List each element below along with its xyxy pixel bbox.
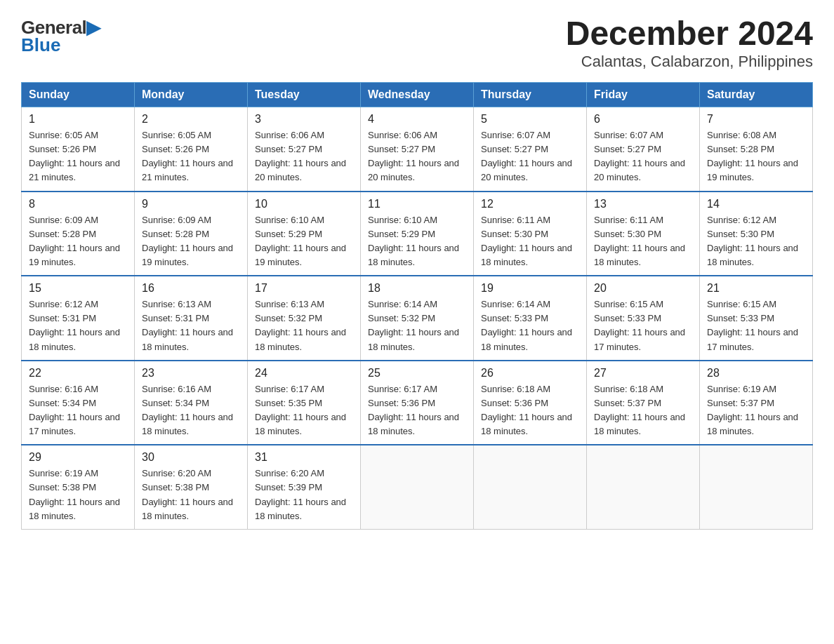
header-monday: Monday: [135, 83, 248, 107]
day-info: Sunrise: 6:09 AMSunset: 5:28 PMDaylight:…: [142, 215, 233, 267]
day-cell: 6 Sunrise: 6:07 AMSunset: 5:27 PMDayligh…: [587, 107, 700, 192]
day-number: 31: [255, 451, 353, 464]
day-info: Sunrise: 6:20 AMSunset: 5:38 PMDaylight:…: [142, 468, 233, 521]
day-info: Sunrise: 6:16 AMSunset: 5:34 PMDaylight:…: [29, 384, 120, 436]
logo-blue-text: Blue: [21, 34, 60, 56]
day-cell: 14 Sunrise: 6:12 AMSunset: 5:30 PMDaylig…: [700, 192, 813, 276]
day-cell: 26 Sunrise: 6:18 AMSunset: 5:36 PMDaylig…: [474, 361, 587, 445]
day-info: Sunrise: 6:14 AMSunset: 5:33 PMDaylight:…: [481, 299, 572, 351]
day-info: Sunrise: 6:15 AMSunset: 5:33 PMDaylight:…: [707, 299, 798, 351]
day-number: 4: [368, 113, 466, 126]
day-info: Sunrise: 6:20 AMSunset: 5:39 PMDaylight:…: [255, 468, 346, 521]
day-cell: 24 Sunrise: 6:17 AMSunset: 5:35 PMDaylig…: [248, 361, 361, 445]
day-number: 14: [707, 198, 805, 210]
day-number: 5: [481, 113, 579, 126]
day-cell: [700, 445, 813, 529]
day-cell: 8 Sunrise: 6:09 AMSunset: 5:28 PMDayligh…: [22, 192, 135, 276]
header-friday: Friday: [587, 83, 700, 107]
header-wednesday: Wednesday: [361, 83, 474, 107]
day-cell: 3 Sunrise: 6:06 AMSunset: 5:27 PMDayligh…: [248, 107, 361, 192]
day-cell: 13 Sunrise: 6:11 AMSunset: 5:30 PMDaylig…: [587, 192, 700, 276]
day-number: 13: [594, 198, 692, 210]
day-info: Sunrise: 6:17 AMSunset: 5:36 PMDaylight:…: [368, 384, 459, 436]
day-number: 15: [29, 282, 127, 295]
day-cell: 1 Sunrise: 6:05 AMSunset: 5:26 PMDayligh…: [22, 107, 135, 192]
day-info: Sunrise: 6:09 AMSunset: 5:28 PMDaylight:…: [29, 215, 120, 267]
day-number: 16: [142, 282, 240, 295]
day-cell: 17 Sunrise: 6:13 AMSunset: 5:32 PMDaylig…: [248, 276, 361, 361]
day-number: 11: [368, 198, 466, 210]
calendar-subtitle: Calantas, Calabarzon, Philippines: [566, 53, 813, 71]
day-number: 2: [142, 113, 240, 126]
day-cell: 5 Sunrise: 6:07 AMSunset: 5:27 PMDayligh…: [474, 107, 587, 192]
header-thursday: Thursday: [474, 83, 587, 107]
day-cell: 20 Sunrise: 6:15 AMSunset: 5:33 PMDaylig…: [587, 276, 700, 361]
day-cell: 22 Sunrise: 6:16 AMSunset: 5:34 PMDaylig…: [22, 361, 135, 445]
day-number: 7: [707, 113, 805, 126]
day-cell: 28 Sunrise: 6:19 AMSunset: 5:37 PMDaylig…: [700, 361, 813, 445]
day-cell: [361, 445, 474, 529]
day-info: Sunrise: 6:05 AMSunset: 5:26 PMDaylight:…: [142, 130, 233, 182]
day-number: 8: [29, 198, 127, 210]
day-number: 1: [29, 113, 127, 126]
day-number: 30: [142, 451, 240, 464]
day-number: 6: [594, 113, 692, 126]
day-info: Sunrise: 6:18 AMSunset: 5:37 PMDaylight:…: [594, 384, 685, 436]
week-row-2: 8 Sunrise: 6:09 AMSunset: 5:28 PMDayligh…: [22, 192, 813, 276]
day-info: Sunrise: 6:11 AMSunset: 5:30 PMDaylight:…: [481, 215, 572, 267]
day-number: 29: [29, 451, 127, 464]
day-number: 24: [255, 367, 353, 380]
day-number: 18: [368, 282, 466, 295]
day-number: 21: [707, 282, 805, 295]
title-block: December 2024 Calantas, Calabarzon, Phil…: [566, 14, 813, 71]
day-number: 9: [142, 198, 240, 210]
day-number: 3: [255, 113, 353, 126]
day-cell: 29 Sunrise: 6:19 AMSunset: 5:38 PMDaylig…: [22, 445, 135, 529]
day-info: Sunrise: 6:07 AMSunset: 5:27 PMDaylight:…: [481, 130, 572, 182]
day-cell: [587, 445, 700, 529]
logo: General▶ Blue: [21, 14, 100, 56]
day-cell: 19 Sunrise: 6:14 AMSunset: 5:33 PMDaylig…: [474, 276, 587, 361]
day-info: Sunrise: 6:06 AMSunset: 5:27 PMDaylight:…: [368, 130, 459, 182]
day-info: Sunrise: 6:19 AMSunset: 5:37 PMDaylight:…: [707, 384, 798, 436]
calendar-table: SundayMondayTuesdayWednesdayThursdayFrid…: [21, 82, 813, 530]
header-row: SundayMondayTuesdayWednesdayThursdayFrid…: [22, 83, 813, 107]
day-info: Sunrise: 6:14 AMSunset: 5:32 PMDaylight:…: [368, 299, 459, 351]
day-info: Sunrise: 6:08 AMSunset: 5:28 PMDaylight:…: [707, 130, 798, 182]
day-number: 17: [255, 282, 353, 295]
day-cell: 30 Sunrise: 6:20 AMSunset: 5:38 PMDaylig…: [135, 445, 248, 529]
day-info: Sunrise: 6:13 AMSunset: 5:32 PMDaylight:…: [255, 299, 346, 351]
day-number: 27: [594, 367, 692, 380]
day-cell: 2 Sunrise: 6:05 AMSunset: 5:26 PMDayligh…: [135, 107, 248, 192]
day-cell: [474, 445, 587, 529]
day-info: Sunrise: 6:13 AMSunset: 5:31 PMDaylight:…: [142, 299, 233, 351]
day-cell: 12 Sunrise: 6:11 AMSunset: 5:30 PMDaylig…: [474, 192, 587, 276]
day-number: 25: [368, 367, 466, 380]
day-cell: 27 Sunrise: 6:18 AMSunset: 5:37 PMDaylig…: [587, 361, 700, 445]
week-row-5: 29 Sunrise: 6:19 AMSunset: 5:38 PMDaylig…: [22, 445, 813, 529]
day-info: Sunrise: 6:17 AMSunset: 5:35 PMDaylight:…: [255, 384, 346, 436]
day-number: 23: [142, 367, 240, 380]
day-number: 22: [29, 367, 127, 380]
day-info: Sunrise: 6:16 AMSunset: 5:34 PMDaylight:…: [142, 384, 233, 436]
day-number: 19: [481, 282, 579, 295]
week-row-1: 1 Sunrise: 6:05 AMSunset: 5:26 PMDayligh…: [22, 107, 813, 192]
day-info: Sunrise: 6:15 AMSunset: 5:33 PMDaylight:…: [594, 299, 685, 351]
day-cell: 31 Sunrise: 6:20 AMSunset: 5:39 PMDaylig…: [248, 445, 361, 529]
day-info: Sunrise: 6:10 AMSunset: 5:29 PMDaylight:…: [255, 215, 346, 267]
day-cell: 10 Sunrise: 6:10 AMSunset: 5:29 PMDaylig…: [248, 192, 361, 276]
week-row-3: 15 Sunrise: 6:12 AMSunset: 5:31 PMDaylig…: [22, 276, 813, 361]
day-cell: 18 Sunrise: 6:14 AMSunset: 5:32 PMDaylig…: [361, 276, 474, 361]
day-cell: 25 Sunrise: 6:17 AMSunset: 5:36 PMDaylig…: [361, 361, 474, 445]
day-cell: 15 Sunrise: 6:12 AMSunset: 5:31 PMDaylig…: [22, 276, 135, 361]
day-number: 10: [255, 198, 353, 210]
day-number: 20: [594, 282, 692, 295]
day-info: Sunrise: 6:06 AMSunset: 5:27 PMDaylight:…: [255, 130, 346, 182]
day-info: Sunrise: 6:12 AMSunset: 5:30 PMDaylight:…: [707, 215, 798, 267]
day-info: Sunrise: 6:07 AMSunset: 5:27 PMDaylight:…: [594, 130, 685, 182]
week-row-4: 22 Sunrise: 6:16 AMSunset: 5:34 PMDaylig…: [22, 361, 813, 445]
day-number: 12: [481, 198, 579, 210]
header-saturday: Saturday: [700, 83, 813, 107]
day-cell: 9 Sunrise: 6:09 AMSunset: 5:28 PMDayligh…: [135, 192, 248, 276]
day-cell: 4 Sunrise: 6:06 AMSunset: 5:27 PMDayligh…: [361, 107, 474, 192]
